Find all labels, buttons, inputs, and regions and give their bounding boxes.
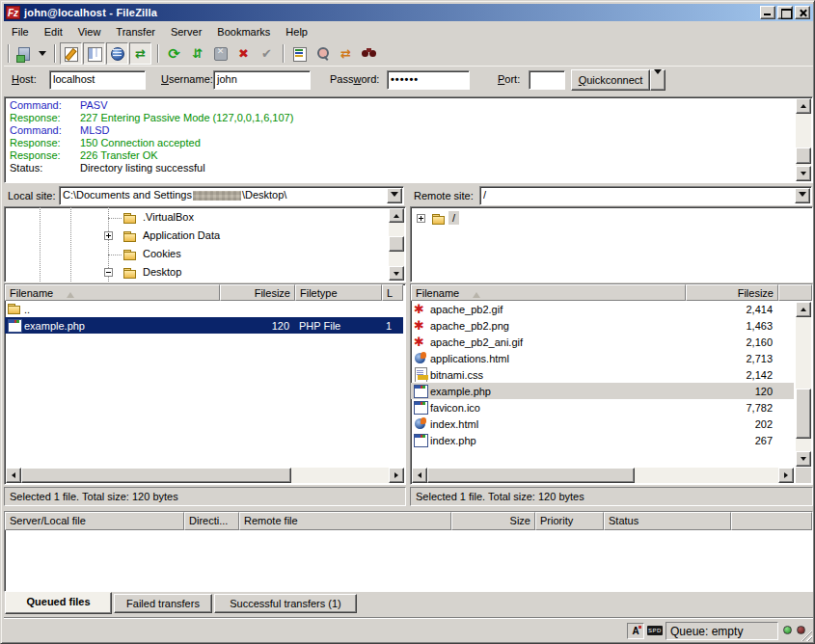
log-line: Command:PASV — [7, 99, 793, 112]
queue-column-status[interactable]: Status — [604, 512, 731, 530]
username-input[interactable]: john — [213, 70, 311, 90]
window-title: john@localhost - FileZilla — [24, 7, 157, 18]
scrollbar-thumb[interactable] — [389, 236, 404, 252]
menu-transfer[interactable]: Transfer — [108, 24, 163, 40]
tab-failed-transfers[interactable]: Failed transfers — [114, 594, 212, 613]
queue-column-size[interactable]: Size — [451, 512, 535, 530]
menu-bookmarks[interactable]: Bookmarks — [209, 24, 278, 40]
tree-item-virtualbox[interactable]: .VirtualBox — [5, 208, 371, 227]
scrollbar-right-button[interactable] — [778, 468, 794, 483]
file-row[interactable]: apache_pb2.png1,463 — [411, 317, 794, 334]
file-row[interactable]: bitnami.css2,142 — [411, 366, 794, 383]
menu-edit[interactable]: Edit — [37, 24, 70, 40]
chevron-down-icon — [654, 69, 662, 90]
column-header-filename[interactable]: Filename — [5, 284, 220, 301]
app-icon[interactable]: Fz — [6, 6, 20, 19]
quickconnect-dropdown[interactable] — [650, 69, 666, 91]
tree-item-application-data[interactable]: Application Data — [5, 227, 371, 245]
tree-connector — [108, 255, 122, 255]
port-input[interactable] — [529, 70, 565, 90]
minimize-button[interactable] — [760, 6, 775, 19]
process-queue-button[interactable]: ⇵ — [186, 42, 208, 65]
column-header-filesize[interactable]: Filesize — [220, 284, 295, 301]
sync-browsing-icon: ⇄ — [338, 45, 354, 62]
column-header-filename[interactable]: Filename — [411, 284, 686, 301]
toggle-remote-tree-button[interactable] — [106, 42, 128, 65]
combo-dropdown-button[interactable] — [387, 188, 402, 203]
file-row[interactable]: .. — [5, 301, 405, 317]
speed-limit-icon[interactable]: SPD — [647, 626, 663, 635]
scrollbar-down-button[interactable] — [389, 266, 404, 281]
scrollbar-thumb[interactable] — [21, 468, 291, 483]
directory-comparison-button[interactable] — [312, 42, 334, 65]
file-row[interactable]: apache_pb2.gif2,414 — [411, 301, 794, 317]
file-row-selected[interactable]: example.php 120 PHP File 1 — [5, 317, 403, 334]
column-header-filetype[interactable]: Filetype — [295, 284, 382, 301]
queue-column-direction[interactable]: Directi... — [184, 512, 239, 530]
scrollbar-down-button[interactable] — [796, 166, 811, 181]
column-header-last-modified[interactable]: L — [382, 284, 403, 301]
css-file-icon — [413, 367, 428, 382]
disconnect-button[interactable]: ✖ — [232, 42, 255, 65]
password-input[interactable]: •••••• — [387, 70, 470, 90]
site-manager-dropdown[interactable] — [36, 42, 49, 65]
toggle-transfer-queue-button[interactable]: ⇄ — [129, 42, 151, 65]
scrollbar-left-button[interactable] — [412, 468, 427, 483]
file-row[interactable]: apache_pb2_ani.gif2,160 — [411, 334, 794, 350]
quickconnect-button[interactable]: Quickconnect — [571, 69, 650, 91]
tree-item-cookies[interactable]: Cookies — [5, 245, 371, 263]
menu-view[interactable]: View — [70, 24, 109, 40]
filter-button[interactable] — [288, 42, 311, 65]
remote-site-combobox[interactable]: / — [479, 186, 812, 205]
tab-queued-files[interactable]: Queued files — [5, 592, 112, 614]
reconnect-button[interactable]: ✔ — [256, 42, 278, 65]
find-files-button[interactable] — [358, 42, 380, 65]
scrollbar-right-button[interactable] — [389, 468, 404, 483]
tree-collapse-icon[interactable] — [104, 268, 113, 277]
tree-item-root[interactable]: / — [411, 209, 777, 228]
queue-column-remote-file[interactable]: Remote file — [239, 512, 451, 530]
transfer-queue: Server/Local file Directi... Remote file… — [4, 511, 813, 592]
menu-file[interactable]: File — [4, 24, 37, 40]
tree-expand-icon[interactable] — [104, 231, 113, 240]
scrollbar-up-button[interactable] — [796, 302, 811, 317]
site-manager-button[interactable] — [13, 42, 35, 65]
tab-successful-transfers[interactable]: Successful transfers (1) — [214, 594, 357, 613]
scrollbar-up-button[interactable] — [389, 208, 404, 223]
queue-column-priority[interactable]: Priority — [535, 512, 604, 530]
toolbar-separator — [283, 44, 285, 63]
log-line: Response:150 Connection accepted — [7, 137, 793, 149]
menu-server[interactable]: Server — [163, 24, 209, 40]
tree-expand-icon[interactable] — [417, 214, 425, 223]
file-row[interactable]: index.php267 — [411, 432, 794, 448]
refresh-button[interactable]: ⟳ — [163, 42, 185, 65]
log-line: Response:226 Transfer OK — [7, 149, 793, 162]
column-header-filesize[interactable]: Filesize — [686, 284, 778, 301]
scrollbar-thumb[interactable] — [427, 468, 635, 483]
combo-dropdown-button[interactable] — [795, 188, 810, 203]
scrollbar-left-button[interactable] — [6, 468, 21, 483]
file-row[interactable]: applications.html2,713 — [411, 350, 794, 366]
scrollbar-up-button[interactable] — [796, 98, 811, 114]
local-site-combobox[interactable]: C:\Documents and Settings\Desktop\ — [59, 186, 404, 205]
cancel-operation-button[interactable] — [209, 42, 231, 65]
remote-vscrollbar[interactable] — [796, 302, 811, 467]
scrollbar-thumb[interactable] — [796, 148, 811, 164]
tree-item-desktop[interactable]: Desktop — [5, 263, 371, 282]
filter-icon — [291, 45, 308, 62]
file-row[interactable]: favicon.ico7,782 — [411, 399, 794, 416]
toggle-local-tree-button[interactable] — [83, 42, 105, 65]
scrollbar-down-button[interactable] — [796, 451, 811, 467]
toggle-message-log-button[interactable] — [60, 42, 82, 65]
file-row[interactable]: index.html202 — [411, 416, 794, 432]
maximize-button[interactable] — [777, 6, 793, 19]
host-input[interactable]: localhost — [49, 70, 146, 90]
synchronized-browsing-button[interactable]: ⇄ — [335, 42, 357, 65]
file-row-selected[interactable]: example.php120 — [411, 383, 794, 399]
log-line: Status:Directory listing successful — [7, 162, 793, 174]
menu-help[interactable]: Help — [278, 24, 315, 40]
scrollbar-thumb[interactable] — [796, 389, 811, 439]
close-button[interactable] — [795, 6, 810, 19]
queue-column-server-local-file[interactable]: Server/Local file — [5, 512, 184, 530]
ascii-data-type-icon[interactable]: A — [627, 623, 644, 639]
